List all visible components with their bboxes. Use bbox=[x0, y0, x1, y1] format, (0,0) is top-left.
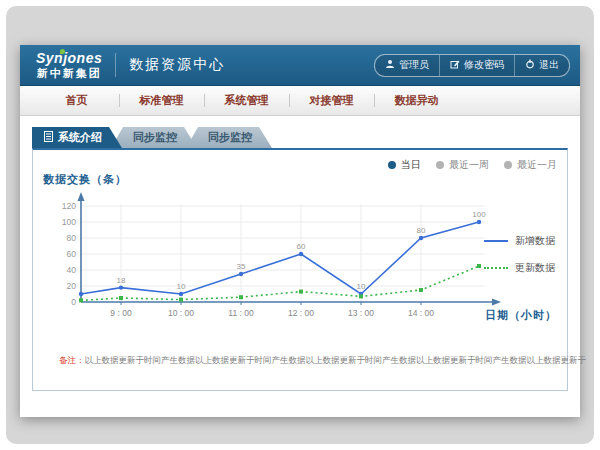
svg-text:12 : 00: 12 : 00 bbox=[288, 308, 314, 318]
tab-system-intro[interactable]: 系统介绍 bbox=[32, 127, 122, 148]
svg-text:13 : 00: 13 : 00 bbox=[348, 308, 374, 318]
svg-text:10: 10 bbox=[177, 282, 186, 291]
tab-sync-monitor-2[interactable]: 同步监控 bbox=[186, 127, 272, 148]
svg-text:40: 40 bbox=[67, 265, 77, 275]
svg-text:100: 100 bbox=[472, 210, 486, 219]
brand-logo-text: Synjones bbox=[36, 51, 102, 66]
header-divider bbox=[115, 53, 116, 77]
chart-panel: 当日 最近一周 最近一月 数据交换（条） 0204060801001209 : … bbox=[32, 148, 568, 391]
brand-logo-subtext: 新中新集团 bbox=[36, 67, 102, 79]
y-axis-title: 数据交换（条） bbox=[43, 172, 127, 187]
svg-text:80: 80 bbox=[417, 226, 426, 235]
svg-text:35: 35 bbox=[237, 262, 246, 271]
legend-item-updated-data: 更新数据 bbox=[484, 261, 555, 275]
logout-button[interactable]: 退出 bbox=[514, 55, 569, 76]
line-chart-svg: 0204060801001209 : 0010 : 0011 : 0012 : … bbox=[47, 190, 513, 340]
main-nav: 首页 标准管理 系统管理 对接管理 数据异动 bbox=[20, 86, 580, 116]
footnote: 备注：以上数据更新于时间产生数据以上数据更新于时间产生数据以上数据更新于时间产生… bbox=[59, 355, 586, 367]
tab-label: 同步监控 bbox=[208, 130, 252, 145]
content-area: 系统介绍 同步监控 同步监控 当日 最近一周 bbox=[20, 127, 580, 391]
filter-option-today[interactable]: 当日 bbox=[388, 158, 421, 172]
footnote-text: 以上数据更新于时间产生数据以上数据更新于时间产生数据以上数据更新于时间产生数据以… bbox=[85, 355, 587, 365]
svg-text:120: 120 bbox=[62, 201, 76, 211]
svg-text:9 : 00: 9 : 00 bbox=[110, 308, 132, 318]
page-title: 数据资源中心 bbox=[129, 56, 225, 74]
nav-item-standard-mgmt[interactable]: 标准管理 bbox=[119, 86, 204, 115]
filter-option-last-week[interactable]: 最近一周 bbox=[436, 158, 489, 172]
solid-line-icon bbox=[484, 240, 508, 242]
svg-text:10: 10 bbox=[357, 282, 366, 291]
user-icon bbox=[385, 59, 395, 71]
dotted-line-icon bbox=[484, 267, 508, 269]
svg-text:18: 18 bbox=[117, 276, 126, 285]
svg-text:0: 0 bbox=[71, 297, 76, 307]
change-password-button[interactable]: 修改密码 bbox=[439, 55, 514, 76]
nav-item-integration-mgmt[interactable]: 对接管理 bbox=[289, 86, 374, 115]
radio-dot-icon bbox=[436, 161, 444, 169]
x-axis-title: 日期（小时） bbox=[485, 308, 557, 323]
admin-user-button[interactable]: 管理员 bbox=[375, 55, 439, 76]
svg-text:11 : 00: 11 : 00 bbox=[228, 308, 254, 318]
logout-label: 退出 bbox=[539, 58, 559, 72]
svg-text:80: 80 bbox=[67, 233, 77, 243]
nav-item-home[interactable]: 首页 bbox=[34, 86, 119, 115]
document-icon bbox=[44, 131, 53, 144]
app-window: Synjones 新中新集团 数据资源中心 管理员 修改密码 bbox=[20, 45, 580, 417]
tab-label: 系统介绍 bbox=[58, 130, 102, 145]
filter-option-last-month[interactable]: 最近一月 bbox=[504, 158, 557, 172]
svg-text:20: 20 bbox=[67, 281, 77, 291]
brand-logo: Synjones 新中新集团 bbox=[36, 51, 102, 78]
legend-item-new-data: 新增数据 bbox=[484, 234, 555, 248]
chart-legend: 新增数据 更新数据 bbox=[484, 234, 555, 275]
legend-label: 更新数据 bbox=[515, 261, 555, 275]
radio-dot-icon bbox=[388, 161, 396, 169]
filter-label: 当日 bbox=[401, 158, 421, 172]
time-range-filters: 当日 最近一周 最近一月 bbox=[388, 158, 557, 172]
admin-user-label: 管理员 bbox=[399, 58, 429, 72]
svg-text:10 : 00: 10 : 00 bbox=[168, 308, 194, 318]
user-actions-group: 管理员 修改密码 退出 bbox=[374, 54, 570, 77]
svg-text:100: 100 bbox=[62, 217, 76, 227]
change-password-label: 修改密码 bbox=[464, 58, 504, 72]
svg-text:14 : 00: 14 : 00 bbox=[408, 308, 434, 318]
footnote-prefix: 备注： bbox=[59, 355, 85, 365]
nav-item-system-mgmt[interactable]: 系统管理 bbox=[204, 86, 289, 115]
edit-icon bbox=[450, 59, 460, 71]
filter-label: 最近一周 bbox=[449, 158, 489, 172]
filter-label: 最近一月 bbox=[517, 158, 557, 172]
tab-bar: 系统介绍 同步监控 同步监控 bbox=[32, 127, 580, 148]
radio-dot-icon bbox=[504, 161, 512, 169]
nav-item-data-change[interactable]: 数据异动 bbox=[374, 86, 459, 115]
power-icon bbox=[525, 59, 535, 71]
legend-label: 新增数据 bbox=[515, 234, 555, 248]
tab-label: 同步监控 bbox=[133, 130, 177, 145]
tab-sync-monitor-1[interactable]: 同步监控 bbox=[111, 127, 197, 148]
svg-text:60: 60 bbox=[297, 242, 306, 251]
svg-text:60: 60 bbox=[67, 249, 77, 259]
app-header: Synjones 新中新集团 数据资源中心 管理员 修改密码 bbox=[20, 45, 580, 86]
desktop-background: Synjones 新中新集团 数据资源中心 管理员 修改密码 bbox=[6, 6, 594, 444]
